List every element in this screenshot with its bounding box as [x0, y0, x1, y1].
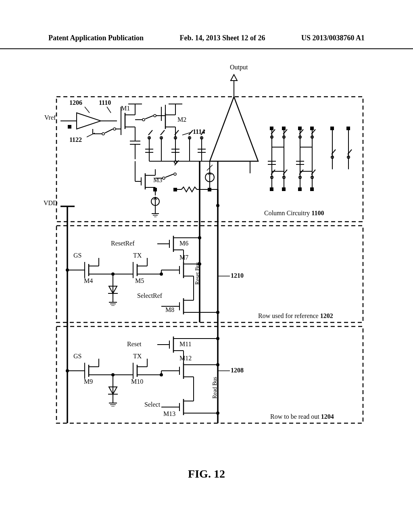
figure-caption: FIG. 12 — [0, 468, 413, 480]
header-patent-number: US 2013/0038760 A1 — [301, 34, 365, 46]
svg-point-226 — [216, 337, 219, 340]
svg-point-233 — [111, 272, 115, 276]
svg-point-229 — [198, 236, 201, 239]
tx-label-2: TX — [133, 353, 142, 360]
svg-line-47 — [161, 130, 165, 135]
m11-label: M11 — [179, 341, 192, 348]
reset-label: Reset — [127, 341, 142, 348]
figure-area: Output Vref VDD 1206 1110 1122 1114 M1 M… — [40, 56, 371, 459]
row-read-label: Row to be read out 1204 — [270, 413, 334, 420]
header-publication: Patent Application Publication — [48, 34, 144, 46]
m6-label: M6 — [179, 240, 188, 247]
m2-label: M2 — [177, 116, 186, 123]
svg-point-236 — [66, 369, 69, 372]
svg-line-220 — [85, 107, 90, 113]
m12-label: M12 — [179, 355, 192, 362]
patent-page: Patent Application Publication Feb. 14, … — [0, 0, 413, 532]
column-circuitry-label: Column Circuitry 1100 — [264, 210, 324, 217]
svg-point-10 — [113, 128, 116, 130]
select-label: Select — [144, 401, 160, 408]
svg-line-221 — [107, 107, 111, 113]
select-ref-label: SelectRef — [137, 292, 162, 299]
m13-label: M13 — [163, 410, 175, 418]
svg-rect-93 — [347, 127, 350, 130]
ref-1114: 1114 — [193, 128, 205, 135]
ref-1110: 1110 — [99, 99, 111, 106]
svg-point-234 — [111, 373, 115, 376]
svg-line-222 — [87, 133, 95, 137]
svg-rect-132 — [68, 125, 71, 129]
svg-point-227 — [216, 363, 219, 366]
svg-point-72 — [163, 177, 165, 179]
circuit-schematic — [40, 56, 371, 443]
m3-label: M3 — [153, 177, 162, 184]
ref-1122: 1122 — [69, 136, 82, 143]
svg-point-26 — [142, 118, 145, 121]
vdd-label: VDD — [44, 200, 58, 207]
tx-label-1: TX — [133, 252, 142, 259]
gs-label-1: GS — [73, 252, 81, 259]
reset-bus-label: Reset Bus — [194, 262, 201, 285]
svg-rect-91 — [311, 127, 313, 130]
vref-label: Vref — [44, 114, 56, 121]
svg-rect-0 — [56, 97, 363, 222]
svg-rect-90 — [298, 127, 301, 130]
svg-rect-125 — [282, 188, 285, 191]
svg-point-225 — [216, 311, 219, 314]
svg-rect-92 — [331, 127, 334, 130]
svg-rect-135 — [208, 188, 211, 191]
row-reference-label: Row used for reference 1202 — [258, 312, 333, 320]
page-header: Patent Application Publication Feb. 14, … — [0, 34, 413, 49]
svg-rect-126 — [298, 188, 301, 191]
svg-rect-88 — [270, 127, 273, 130]
svg-line-25 — [145, 116, 153, 119]
ref-1210: 1210 — [231, 272, 244, 279]
ref-1208: 1208 — [231, 367, 244, 374]
svg-rect-134 — [173, 188, 177, 191]
svg-rect-124 — [270, 188, 273, 191]
read-bus-label: Read Bus — [212, 377, 218, 399]
svg-point-224 — [216, 204, 219, 207]
m8-label: M8 — [165, 306, 174, 314]
svg-point-232 — [160, 373, 163, 376]
output-label: Output — [230, 64, 248, 71]
ref-1206: 1206 — [69, 99, 82, 106]
gs-label-2: GS — [73, 353, 81, 360]
svg-point-231 — [160, 272, 163, 276]
svg-rect-127 — [311, 188, 313, 191]
svg-line-71 — [165, 174, 173, 177]
m9-label: M9 — [84, 378, 93, 385]
svg-point-9 — [102, 133, 104, 135]
m10-label: M10 — [131, 378, 143, 385]
svg-rect-133 — [153, 188, 157, 191]
svg-rect-89 — [282, 127, 285, 130]
svg-line-45 — [148, 130, 152, 135]
m4-label: M4 — [84, 277, 93, 285]
svg-point-228 — [216, 411, 219, 415]
reset-ref-label: ResetRef — [111, 240, 135, 247]
svg-point-27 — [154, 114, 156, 117]
svg-point-235 — [66, 268, 69, 272]
header-sheet-info: Feb. 14, 2013 Sheet 12 of 26 — [180, 34, 265, 46]
m1-label: M1 — [121, 105, 130, 112]
svg-line-8 — [105, 129, 113, 133]
svg-point-73 — [174, 173, 176, 175]
m5-label: M5 — [135, 277, 144, 285]
m7-label: M7 — [179, 254, 188, 261]
